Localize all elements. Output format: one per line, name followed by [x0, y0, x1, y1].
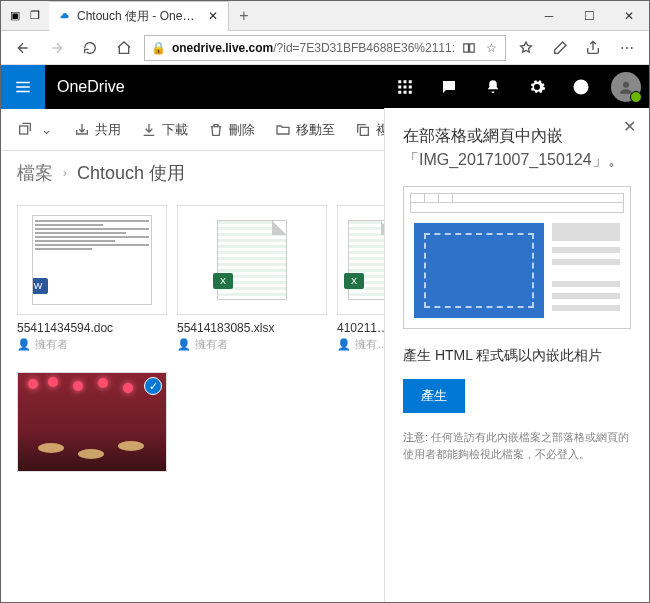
file-thumbnail: W: [17, 205, 167, 315]
chat-icon[interactable]: [427, 65, 471, 109]
open-button[interactable]: ⌄: [9, 118, 62, 142]
url-text: onedrive.live.com/?id=7E3D31BFB4688E36%2…: [172, 41, 455, 55]
lock-icon: 🔒: [151, 41, 166, 55]
svg-rect-8: [409, 86, 412, 89]
breadcrumb-current: Chtouch 使用: [77, 161, 185, 185]
home-button[interactable]: [110, 34, 138, 62]
svg-rect-10: [404, 91, 407, 94]
panel-close-button[interactable]: ✕: [619, 116, 639, 136]
more-button[interactable]: [613, 34, 641, 62]
breadcrumb-root[interactable]: 檔案: [17, 161, 53, 185]
delete-command[interactable]: 刪除: [200, 117, 263, 143]
favorite-icon[interactable]: ☆: [483, 40, 499, 56]
word-icon: W: [32, 278, 48, 294]
people-icon: 👤: [177, 338, 191, 351]
move-icon: [275, 122, 291, 138]
svg-rect-9: [398, 91, 401, 94]
chevron-down-icon: ⌄: [38, 122, 54, 138]
onedrive-tab-icon: [57, 9, 71, 23]
svg-rect-15: [360, 127, 368, 135]
help-icon[interactable]: [559, 65, 603, 109]
settings-icon[interactable]: [515, 65, 559, 109]
svg-rect-5: [409, 80, 412, 83]
file-thumbnail: X: [177, 205, 327, 315]
open-icon: [17, 122, 33, 138]
refresh-button[interactable]: [76, 34, 104, 62]
svg-rect-6: [398, 86, 401, 89]
reading-view-icon[interactable]: [461, 40, 477, 56]
forward-button[interactable]: [43, 34, 71, 62]
app-launcher-button[interactable]: [1, 65, 45, 109]
address-bar[interactable]: 🔒 onedrive.live.com/?id=7E3D31BFB4688E36…: [144, 35, 506, 61]
notifications-icon[interactable]: [471, 65, 515, 109]
share-icon: [74, 122, 90, 138]
svg-rect-3: [398, 80, 401, 83]
notes-button[interactable]: [546, 34, 574, 62]
file-meta: 👤擁有者: [177, 335, 327, 352]
selected-check-icon[interactable]: ✓: [144, 377, 162, 395]
svg-rect-4: [404, 80, 407, 83]
file-meta: 👤擁有者: [17, 335, 167, 352]
chevron-right-icon: ›: [63, 166, 67, 180]
window-close-button[interactable]: ✕: [609, 1, 649, 31]
svg-point-1: [626, 47, 628, 49]
hub-button[interactable]: [512, 34, 540, 62]
apps-icon[interactable]: [383, 65, 427, 109]
svg-rect-7: [404, 86, 407, 89]
copy-icon: [355, 122, 371, 138]
svg-point-2: [631, 47, 633, 49]
share-command[interactable]: 共用: [66, 117, 129, 143]
svg-rect-14: [20, 126, 28, 134]
file-name: 55411434594.doc: [17, 315, 167, 335]
svg-rect-11: [409, 91, 412, 94]
people-icon: 👤: [17, 338, 31, 351]
move-command[interactable]: 移動至: [267, 117, 343, 143]
file-item-selected[interactable]: ✓: [17, 372, 167, 472]
embed-panel: ✕ 在部落格或網頁中內嵌 「IMG_20171007_150124」。 產生 H…: [384, 108, 649, 602]
tab-title: Chtouch 使用 - OneDri…: [77, 8, 200, 25]
delete-icon: [208, 122, 224, 138]
file-item[interactable]: X 55414183085.xlsx 👤擁有者: [177, 205, 327, 352]
window-maximize-button[interactable]: ☐: [569, 1, 609, 31]
user-avatar[interactable]: [611, 72, 641, 102]
download-command[interactable]: 下載: [133, 117, 196, 143]
panel-title: 在部落格或網頁中內嵌 「IMG_20171007_150124」。: [403, 124, 631, 172]
browser-navbar: 🔒 onedrive.live.com/?id=7E3D31BFB4688E36…: [1, 31, 649, 65]
embed-preview-illustration: [403, 186, 631, 329]
browser-tab[interactable]: Chtouch 使用 - OneDri… ✕: [49, 1, 229, 31]
app-header: OneDrive: [1, 65, 649, 109]
image-thumbnail: ✓: [17, 372, 167, 472]
generate-button[interactable]: 產生: [403, 379, 465, 413]
window-titlebar: ▣ ❐ Chtouch 使用 - OneDri… ✕ + ─ ☐ ✕: [1, 1, 649, 31]
excel-icon: X: [344, 273, 364, 289]
svg-point-0: [621, 47, 623, 49]
tab-close-button[interactable]: ✕: [206, 9, 220, 23]
download-icon: [141, 122, 157, 138]
window-minimize-button[interactable]: ─: [529, 1, 569, 31]
taskview-icon[interactable]: ▣: [7, 8, 23, 24]
new-tab-button[interactable]: +: [229, 7, 259, 25]
file-item[interactable]: W 55411434594.doc 👤擁有者: [17, 205, 167, 352]
panel-note: 注意: 任何造訪有此內嵌檔案之部落格或網頁的使用者都能夠檢視此檔案，不必登入。: [403, 429, 631, 462]
app-brand: OneDrive: [45, 78, 137, 96]
panel-subtitle: 產生 HTML 程式碼以內嵌此相片: [403, 347, 631, 365]
svg-point-13: [623, 82, 629, 88]
people-icon: 👤: [337, 338, 351, 351]
excel-icon: X: [213, 273, 233, 289]
window-icon[interactable]: ❐: [27, 8, 43, 24]
file-name: 55414183085.xlsx: [177, 315, 327, 335]
back-button[interactable]: [9, 34, 37, 62]
share-button[interactable]: [580, 34, 608, 62]
